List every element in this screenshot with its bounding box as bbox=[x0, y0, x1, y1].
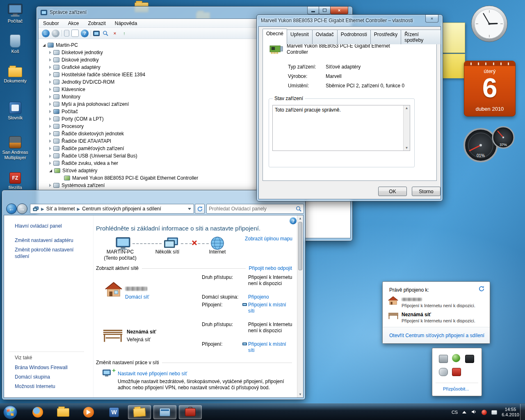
sidebar-change-sharing-settings[interactable]: Změnit pokročilé nastavení sdílení bbox=[15, 247, 84, 260]
tab-advanced[interactable]: Upřesnit bbox=[287, 30, 313, 44]
ok-button[interactable]: OK bbox=[378, 187, 407, 196]
volume-icon[interactable] bbox=[471, 409, 477, 415]
view-full-map-link[interactable]: Zobrazit úplnou mapu bbox=[244, 236, 292, 242]
help-icon[interactable]: ? bbox=[81, 30, 89, 37]
close-button[interactable]: × bbox=[330, 7, 348, 14]
green-status-tray-icon[interactable] bbox=[452, 354, 460, 362]
desktop-icon-computer[interactable]: Počítač bbox=[0, 3, 30, 24]
expander-icon[interactable] bbox=[49, 162, 51, 165]
expander-icon[interactable] bbox=[49, 139, 51, 143]
vertical-scrollbar[interactable]: ▲ ▼ bbox=[297, 215, 303, 397]
taskbar-folder-button[interactable] bbox=[52, 405, 75, 419]
cancel-button[interactable]: Storno bbox=[412, 187, 441, 196]
scroll-down-arrow[interactable]: ▼ bbox=[297, 391, 303, 397]
sidebar-homegroup[interactable]: Domácí skupina bbox=[15, 374, 50, 380]
expander-icon[interactable] bbox=[49, 95, 51, 98]
dialog-titlebar[interactable]: Marvell Yukon 88E8053 PCI-E Gigabit Ethe… bbox=[257, 15, 443, 26]
expander-icon[interactable] bbox=[49, 88, 51, 91]
refresh-button[interactable] bbox=[195, 204, 205, 214]
expander-icon[interactable] bbox=[49, 132, 51, 135]
connect-disconnect-link[interactable]: Připojit nebo odpojit bbox=[249, 265, 292, 271]
back-button[interactable]: ← bbox=[6, 203, 17, 214]
desktop-icon-san-andreas[interactable]: San Andreas Multiplayer bbox=[0, 136, 30, 160]
expander-icon[interactable] bbox=[49, 147, 51, 150]
expander-icon[interactable] bbox=[49, 125, 51, 128]
maximize-button[interactable] bbox=[319, 7, 331, 14]
search-input[interactable] bbox=[209, 206, 296, 212]
expander-icon[interactable] bbox=[49, 103, 51, 106]
menu-view[interactable]: Zobrazit bbox=[83, 19, 110, 27]
expander-icon[interactable] bbox=[49, 58, 51, 62]
scroll-up-arrow[interactable]: ▲ bbox=[297, 215, 303, 221]
language-indicator[interactable]: CS bbox=[452, 410, 458, 415]
refresh-icon[interactable] bbox=[478, 285, 485, 293]
search-box[interactable] bbox=[206, 204, 304, 214]
update-driver-icon[interactable]: ↑ bbox=[121, 30, 128, 37]
meter-gadget[interactable]: 01% 37% bbox=[459, 125, 517, 164]
forward-button[interactable]: → bbox=[17, 203, 27, 214]
sticky-note[interactable] bbox=[441, 23, 465, 53]
setup-new-connection-link[interactable]: Nastavit nové připojení nebo síť bbox=[118, 371, 187, 377]
minimize-button[interactable] bbox=[307, 7, 319, 14]
clock-gadget[interactable] bbox=[470, 5, 508, 44]
status-scrollbar[interactable]: ▲▼ bbox=[403, 105, 410, 151]
sidebar-change-adapter-settings[interactable]: Změnit nastavení adaptéru bbox=[15, 237, 73, 243]
help-icon[interactable]: ? bbox=[290, 217, 297, 224]
taskbar-control-panel-button[interactable] bbox=[153, 405, 176, 419]
taskbar-toolbox-button[interactable] bbox=[179, 405, 202, 419]
open-network-center-link[interactable]: Otevřít Centrum síťových připojení a sdí… bbox=[389, 333, 484, 338]
menu-action[interactable]: Akce bbox=[64, 19, 84, 27]
homegroup-status-link[interactable]: Připojeno bbox=[248, 294, 293, 300]
expander-icon[interactable] bbox=[49, 184, 51, 187]
taskbar-media-player-button[interactable] bbox=[77, 405, 100, 419]
antivirus-tray-icon[interactable] bbox=[482, 410, 487, 415]
keys-tray-icon[interactable] bbox=[439, 368, 448, 376]
expander-icon[interactable] bbox=[49, 117, 51, 121]
close-button[interactable]: × bbox=[425, 15, 438, 23]
desktop-icon-dictionary[interactable]: Slovník bbox=[0, 102, 30, 121]
breadcrumb[interactable]: ▶ Síť a Internet ▶ Centrum síťových přip… bbox=[30, 204, 194, 214]
properties-icon[interactable] bbox=[71, 30, 79, 37]
expander-icon[interactable] bbox=[49, 110, 51, 113]
lan-connection-link[interactable]: Připojení k místní síti bbox=[248, 341, 291, 354]
expander-icon[interactable] bbox=[49, 73, 51, 76]
home-network-type-link[interactable]: Domácí síť bbox=[125, 294, 149, 300]
expander-icon[interactable] bbox=[49, 169, 52, 172]
desktop-icon-filezilla[interactable]: FZ filezilla bbox=[0, 172, 30, 190]
chevron-down-icon[interactable] bbox=[188, 208, 191, 210]
taskbar-word-button[interactable]: W bbox=[103, 405, 126, 419]
sidebar-internet-options[interactable]: Možnosti Internetu bbox=[15, 383, 55, 389]
tab-general[interactable]: Obecné bbox=[262, 29, 287, 44]
scrollbar-thumb[interactable] bbox=[298, 222, 302, 270]
desktop-icon-documents[interactable]: Dokumenty bbox=[0, 67, 30, 84]
breadcrumb-segment[interactable]: Síť a Internet bbox=[46, 206, 75, 212]
forward-icon[interactable]: → bbox=[52, 30, 59, 37]
device-status-textbox[interactable]: Toto zařízení pracuje správně. ▲▼ bbox=[272, 105, 410, 151]
expander-icon[interactable] bbox=[49, 51, 51, 54]
printer-tray-icon[interactable] bbox=[439, 355, 448, 363]
back-icon[interactable]: ← bbox=[42, 30, 50, 37]
export-list-icon[interactable] bbox=[64, 30, 69, 37]
lan-connection-link[interactable]: Připojení k místní síti bbox=[248, 302, 291, 314]
expander-icon[interactable] bbox=[49, 80, 51, 84]
expander-icon[interactable] bbox=[49, 66, 51, 69]
keyboard-tray-icon[interactable] bbox=[491, 410, 497, 415]
desktop-icon-recycle-bin[interactable]: Koš bbox=[0, 34, 30, 54]
calendar-gadget[interactable]: úterý 6 duben 2010 bbox=[464, 61, 516, 116]
tab-power[interactable]: Řízení spotřeby bbox=[401, 30, 441, 44]
scan-hardware-icon[interactable] bbox=[93, 31, 100, 36]
tab-driver[interactable]: Ovladač bbox=[312, 30, 338, 44]
menu-help[interactable]: Nápověda bbox=[110, 19, 142, 27]
sidebar-windows-firewall[interactable]: Brána Windows Firewall bbox=[15, 365, 68, 370]
flag-tray-icon[interactable] bbox=[452, 368, 461, 376]
expander-icon[interactable] bbox=[49, 154, 51, 158]
expander-icon[interactable] bbox=[43, 44, 46, 47]
menu-file[interactable]: Soubor bbox=[39, 19, 64, 27]
clock[interactable]: 14:55 6.4.2010 bbox=[502, 407, 519, 418]
breadcrumb-segment[interactable]: Centrum síťových připojení a sdílení bbox=[82, 206, 161, 212]
display-tray-icon[interactable] bbox=[465, 355, 474, 363]
taskbar-firefox-button[interactable] bbox=[26, 405, 49, 419]
sticky-note[interactable] bbox=[441, 54, 465, 78]
taskbar-explorer-button[interactable] bbox=[128, 405, 151, 419]
sidebar-control-panel-home[interactable]: Hlavní ovládací panel bbox=[15, 223, 62, 229]
